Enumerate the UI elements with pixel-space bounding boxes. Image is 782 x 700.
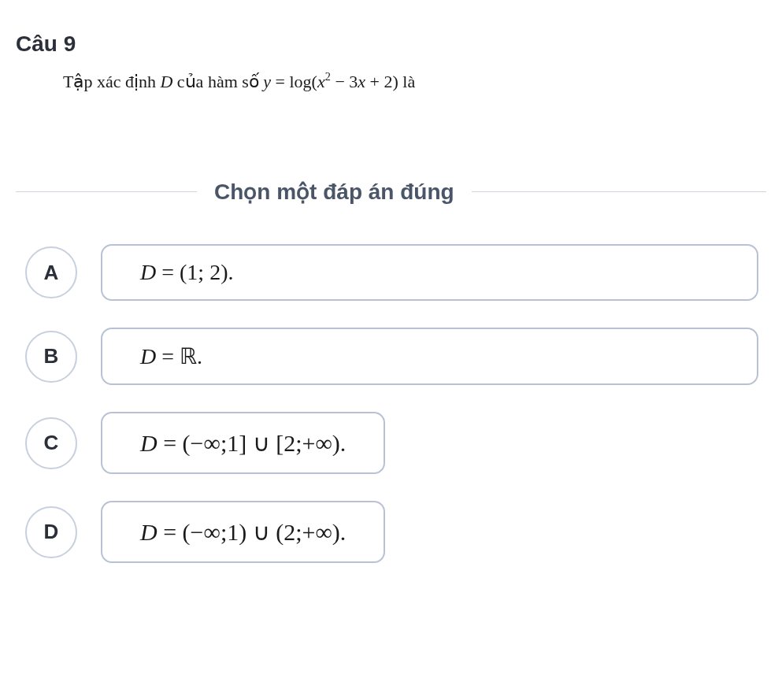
question-mid: của hàm số	[172, 72, 263, 91]
divider-line-left	[16, 191, 197, 192]
option-d-content: D = (−∞;1) ∪ (2;+∞).	[140, 518, 346, 546]
question-var-d: D	[160, 72, 172, 91]
option-d[interactable]: D D = (−∞;1) ∪ (2;+∞).	[25, 501, 766, 563]
option-d-box[interactable]: D = (−∞;1) ∪ (2;+∞).	[101, 501, 385, 563]
question-text: Tập xác định D của hàm số y = log(x2 − 3…	[63, 71, 766, 92]
option-b[interactable]: B D = ℝ.	[25, 328, 766, 385]
question-prefix: Tập xác định	[63, 72, 160, 91]
instruction-text: Chọn một đáp án đúng	[197, 179, 472, 205]
option-a-letter[interactable]: A	[25, 246, 77, 298]
option-c-box[interactable]: D = (−∞;1] ∪ [2;+∞).	[101, 412, 385, 474]
option-c-content: D = (−∞;1] ∪ [2;+∞).	[140, 429, 346, 457]
option-b-box[interactable]: D = ℝ.	[101, 328, 758, 385]
option-a-box[interactable]: D = (1; 2).	[101, 244, 758, 301]
option-c[interactable]: C D = (−∞;1] ∪ [2;+∞).	[25, 412, 766, 474]
question-number: Câu 9	[16, 31, 766, 57]
question-suffix: là	[398, 72, 415, 91]
instruction-divider: Chọn một đáp án đúng	[16, 179, 766, 205]
divider-line-right	[472, 191, 766, 192]
option-a[interactable]: A D = (1; 2).	[25, 244, 766, 301]
option-a-content: D = (1; 2).	[140, 260, 233, 285]
options-list: A D = (1; 2). B D = ℝ. C D = (−∞;1] ∪ [2…	[16, 244, 766, 563]
option-b-content: D = ℝ.	[140, 343, 202, 369]
question-equation: y = log(x2 − 3x + 2)	[263, 72, 398, 91]
option-b-letter[interactable]: B	[25, 331, 77, 383]
option-d-letter[interactable]: D	[25, 506, 77, 558]
option-c-letter[interactable]: C	[25, 417, 77, 469]
